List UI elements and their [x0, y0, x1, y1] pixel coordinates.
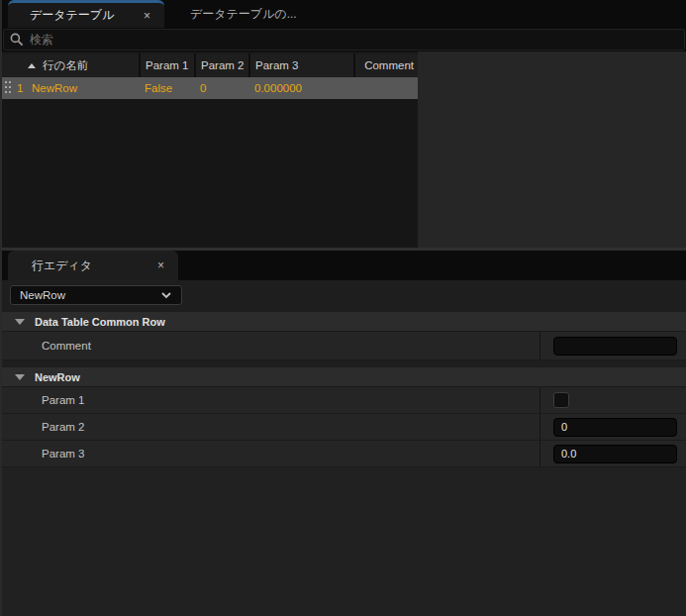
tab-data-table[interactable]: データテーブル ×: [8, 0, 164, 28]
row-name-cell: NewRow: [32, 82, 141, 94]
property-value-area: [539, 387, 686, 413]
collapse-arrow-icon: [15, 319, 25, 325]
property-row-comment: Comment: [2, 332, 686, 360]
close-icon[interactable]: ×: [140, 9, 154, 23]
table-header-row: 行の名前 Param 1 Param 2 Param 3 Comment: [2, 53, 418, 77]
document-tab-bar: データテーブル × データテーブルの...: [2, 0, 686, 28]
data-table-grid: 行の名前 Param 1 Param 2 Param 3 Comment 1: [2, 51, 418, 248]
property-label: Param 1: [2, 387, 539, 413]
property-label: Param 2: [2, 414, 539, 440]
row-selector-area: NewRow: [2, 280, 686, 306]
row-select-dropdown[interactable]: NewRow: [10, 285, 182, 305]
property-label: Comment: [2, 332, 539, 359]
property-row-param3: Param 3: [2, 441, 686, 467]
property-value-area: [539, 414, 686, 440]
row-editor-panel: NewRow Data Table Common Row Comment New…: [2, 280, 686, 616]
column-header-param3[interactable]: Param 3: [250, 53, 355, 77]
drag-handle-icon[interactable]: [5, 81, 13, 95]
section-header-common-row[interactable]: Data Table Common Row: [2, 312, 686, 332]
tab-data-table-label: データテーブル: [30, 7, 134, 24]
comment-input[interactable]: [553, 337, 677, 356]
editor-empty-area: [2, 467, 686, 616]
property-row-param1: Param 1: [2, 387, 686, 414]
tab-row-editor-label: 行エディタ: [32, 257, 147, 274]
column-header-param3-label: Param 3: [255, 59, 298, 71]
property-value-area: [539, 441, 686, 466]
search-box[interactable]: [3, 29, 685, 51]
tab-row-editor[interactable]: 行エディタ ×: [8, 251, 178, 280]
row-param3-cell: 0.000000: [250, 82, 355, 94]
column-header-row-name[interactable]: 行の名前: [2, 53, 141, 77]
param2-input[interactable]: [553, 418, 677, 437]
search-bar: [2, 28, 686, 51]
collapse-arrow-icon: [15, 374, 25, 380]
property-row-param2: Param 2: [2, 414, 686, 441]
column-header-row-name-label: 行の名前: [43, 58, 88, 73]
column-header-comment-label: Comment: [364, 59, 414, 71]
property-label: Param 3: [2, 441, 539, 466]
close-icon[interactable]: ×: [153, 258, 168, 272]
section-header-newrow[interactable]: NewRow: [2, 367, 686, 387]
tab-data-table-details[interactable]: データテーブルの...: [164, 0, 325, 28]
table-panel-background: [418, 51, 686, 248]
tab-data-table-details-label: データテーブルの...: [190, 6, 297, 23]
property-value-area: [539, 332, 686, 359]
table-area: 行の名前 Param 1 Param 2 Param 3 Comment 1: [2, 51, 686, 248]
chevron-down-icon: [160, 291, 172, 299]
row-param2-cell: 0: [196, 82, 250, 94]
search-input[interactable]: [24, 33, 684, 47]
section-gap: [2, 360, 686, 367]
param1-checkbox[interactable]: [553, 392, 569, 408]
column-header-param2[interactable]: Param 2: [196, 53, 250, 77]
search-icon: [10, 33, 24, 47]
column-header-comment[interactable]: Comment: [355, 53, 418, 77]
data-table-editor-window: データテーブル × データテーブルの... 行の名前 Param 1: [0, 0, 686, 616]
table-empty-area[interactable]: [2, 99, 418, 248]
table-row[interactable]: 1 NewRow False 0 0.000000: [2, 77, 418, 99]
row-select-value: NewRow: [20, 289, 160, 301]
row-param1-cell: False: [141, 82, 196, 94]
param3-input[interactable]: [553, 445, 677, 463]
column-header-param1[interactable]: Param 1: [141, 53, 196, 77]
section-title: NewRow: [35, 371, 80, 383]
sort-ascending-icon: [28, 63, 36, 68]
column-header-param2-label: Param 2: [201, 59, 244, 71]
row-number-cell: 1: [17, 82, 32, 94]
section-title: Data Table Common Row: [35, 316, 165, 328]
column-header-param1-label: Param 1: [146, 59, 188, 71]
row-editor-tab-bar: 行エディタ ×: [2, 251, 686, 280]
